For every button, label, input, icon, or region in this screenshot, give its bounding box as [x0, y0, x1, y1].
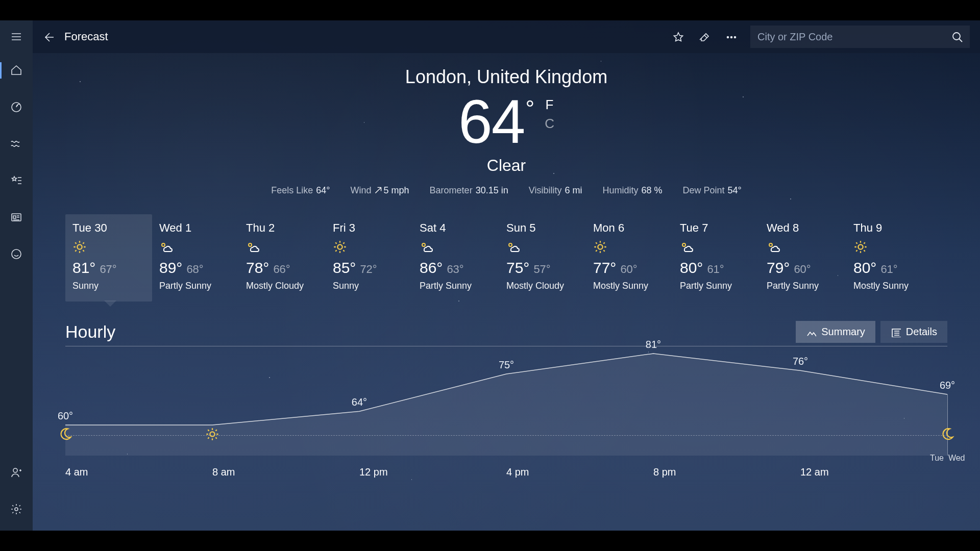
- day-date: Sun 5: [506, 221, 579, 235]
- day-low: 57°: [533, 263, 550, 276]
- detail-humidity: Humidity68 %: [602, 185, 662, 196]
- star-list-icon: [10, 174, 22, 187]
- day-low: 60°: [620, 263, 637, 276]
- search-icon: [951, 31, 963, 42]
- condition-details: Feels Like64°Wind5 mphBarometer30.15 inV…: [33, 185, 980, 196]
- svg-point-14: [509, 243, 512, 246]
- summary-button[interactable]: Summary: [796, 321, 875, 343]
- svg-point-13: [422, 243, 425, 246]
- day-divider: [947, 394, 948, 456]
- sun-icon: [205, 427, 219, 441]
- current-temp: 64: [458, 91, 524, 152]
- day-condition: Partly Sunny: [767, 281, 839, 291]
- search-input[interactable]: [757, 31, 951, 43]
- condition-text: Clear: [33, 156, 980, 175]
- day-card[interactable]: Tue 780°61°Partly Sunny: [673, 214, 760, 302]
- smile-icon: [10, 248, 22, 260]
- page-title: Forecast: [64, 30, 108, 43]
- hourly-icon: [205, 427, 219, 443]
- more-icon: [725, 31, 737, 42]
- day-marker: Tue Wed: [930, 454, 965, 463]
- partly-cloudy-icon: [159, 240, 174, 254]
- detail-visibility: Visibility6 mi: [529, 185, 582, 196]
- detail-dew-point: Dew Point54°: [682, 185, 741, 196]
- day-card[interactable]: Sun 575°57°Mostly Cloudy: [499, 214, 586, 302]
- day-high: 86°: [420, 259, 443, 276]
- back-button[interactable]: [39, 28, 57, 46]
- svg-point-17: [769, 243, 772, 246]
- details-label: Details: [906, 326, 937, 338]
- day-icon: [72, 240, 145, 254]
- pin-icon: [699, 31, 710, 42]
- day-date: Tue 30: [72, 221, 145, 235]
- day-card[interactable]: Thu 278°66°Mostly Cloudy: [239, 214, 326, 302]
- sun-icon: [593, 240, 607, 254]
- search-box[interactable]: [750, 26, 970, 48]
- nav-home[interactable]: [0, 59, 33, 82]
- svg-point-8: [953, 33, 960, 40]
- day-icon: [159, 240, 232, 254]
- day-high: 81°: [72, 259, 95, 276]
- day-low: 60°: [794, 263, 811, 276]
- day-card[interactable]: Wed 879°60°Partly Sunny: [760, 214, 846, 302]
- day-card[interactable]: Tue 3081°67°Sunny: [65, 214, 152, 302]
- day-condition: Sunny: [333, 281, 405, 291]
- unit-toggle: F C: [545, 97, 554, 132]
- nav-settings[interactable]: [0, 498, 33, 520]
- day-icon: [767, 240, 839, 254]
- x-tick: 4 pm: [506, 466, 653, 478]
- day-icon: [333, 240, 405, 254]
- day-date: Sat 4: [420, 221, 492, 235]
- summary-label: Summary: [821, 326, 865, 338]
- waves-icon: [10, 138, 22, 150]
- hamburger-icon: [10, 31, 22, 43]
- day-high: 78°: [246, 259, 269, 276]
- day-condition: Mostly Sunny: [593, 281, 666, 291]
- nav-radar[interactable]: [0, 96, 33, 118]
- more-button[interactable]: [718, 23, 744, 50]
- unit-f[interactable]: F: [545, 97, 554, 113]
- svg-point-15: [598, 244, 602, 249]
- hourly-temp-label: 76°: [793, 356, 808, 367]
- day-condition: Partly Sunny: [680, 281, 752, 291]
- day-card[interactable]: Sat 486°63°Partly Sunny: [412, 214, 499, 302]
- day-low: 67°: [100, 263, 116, 276]
- unit-c[interactable]: C: [545, 116, 554, 132]
- day-card[interactable]: Wed 189°68°Partly Sunny: [152, 214, 239, 302]
- day-icon: [506, 240, 579, 254]
- svg-point-12: [337, 244, 342, 249]
- day-icon: [853, 240, 926, 254]
- nav-news[interactable]: [0, 206, 33, 229]
- partly-cloudy-icon: [420, 240, 434, 254]
- svg-point-16: [682, 243, 685, 246]
- day-low: 72°: [360, 263, 377, 276]
- day-date: Tue 7: [680, 221, 752, 235]
- day-icon: [246, 240, 318, 254]
- nav-add-person[interactable]: [0, 461, 33, 484]
- details-button[interactable]: Details: [880, 321, 947, 343]
- day-card[interactable]: Mon 677°60°Mostly Sunny: [586, 214, 673, 302]
- wind-arrow-icon: [375, 187, 382, 194]
- hamburger-button[interactable]: [0, 20, 33, 53]
- day-condition: Mostly Cloudy: [246, 281, 318, 291]
- favorite-button[interactable]: [665, 23, 691, 50]
- day-condition: Partly Sunny: [420, 281, 492, 291]
- nav-feedback[interactable]: [0, 243, 33, 265]
- day-high: 85°: [333, 259, 356, 276]
- nav-history[interactable]: [0, 133, 33, 155]
- star-outline-icon: [672, 31, 683, 42]
- moon-icon: [58, 427, 72, 441]
- sidebar: [0, 20, 33, 531]
- hourly-temp-label: 69°: [940, 380, 955, 391]
- day-card[interactable]: Thu 980°61°Mostly Sunny: [846, 214, 933, 302]
- hourly-icon: [58, 427, 72, 443]
- location-name: London, United Kingdom: [33, 66, 980, 88]
- day-low: 63°: [447, 263, 463, 276]
- day-high: 79°: [767, 259, 790, 276]
- svg-point-10: [162, 243, 165, 246]
- detail-wind: Wind5 mph: [351, 185, 409, 196]
- hourly-chart[interactable]: 60°64°75°81°76°69°4 am8 am12 pm4 pm8 pm1…: [65, 348, 947, 481]
- nav-favorites[interactable]: [0, 169, 33, 192]
- pin-button[interactable]: [691, 23, 718, 50]
- day-card[interactable]: Fri 385°72°Sunny: [326, 214, 412, 302]
